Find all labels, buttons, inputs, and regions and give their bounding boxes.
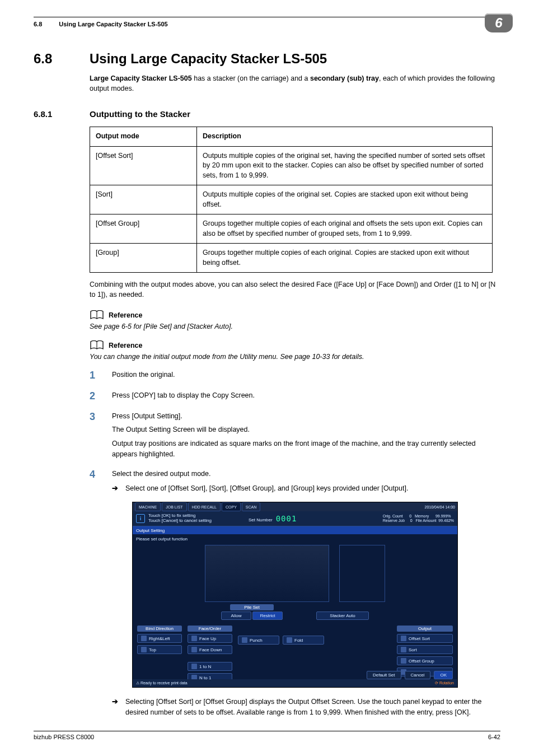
- step-text: Position the original.: [112, 370, 175, 380]
- step-text: Select the desired output mode.: [112, 469, 408, 479]
- top-button[interactable]: Top: [137, 645, 182, 654]
- footer-right: 6-42: [488, 734, 500, 740]
- order-icon: [191, 664, 197, 669]
- tray-illustration: [339, 545, 385, 602]
- sort-button[interactable]: Sort: [397, 645, 453, 654]
- page-footer: bizhub PRESS C8000 6-42: [34, 731, 500, 740]
- footer-status: ⚠ Ready to receive print data: [136, 681, 188, 685]
- sort-icon: [401, 647, 406, 652]
- tab-joblist[interactable]: JOB LIST: [162, 502, 186, 511]
- subsection-number: 6.8.1: [34, 109, 90, 119]
- one-to-n-button[interactable]: 1 to N: [188, 662, 232, 671]
- ok-button[interactable]: OK: [434, 671, 453, 679]
- table-row: [Offset Group]Groups together multiple c…: [90, 214, 493, 244]
- pile-set-label: Pile Set: [230, 604, 274, 610]
- chapter-badge: 6: [485, 13, 513, 32]
- sort-icon: [401, 636, 406, 641]
- offset-group-button[interactable]: Offset Group: [397, 656, 453, 665]
- screen-title-strip: Output Setting: [133, 526, 457, 534]
- allow-button[interactable]: Allow: [221, 612, 251, 620]
- table-row: [Sort]Outputs multiple copies of the ori…: [90, 185, 493, 214]
- header-section-no: 6.8: [34, 21, 42, 27]
- punch-icon: [242, 637, 247, 643]
- reference-text: You can change the initial output mode f…: [90, 353, 500, 361]
- combine-note: Combining with the output modes above, y…: [90, 279, 500, 300]
- step-arrow-text: Selecting [Offset Sort] or [Offset Group…: [125, 697, 500, 718]
- group-icon: [401, 658, 406, 664]
- footer-rotation: ⟳ Rotation: [435, 681, 454, 685]
- face-up-button[interactable]: Face Up: [188, 634, 232, 643]
- tab-scan[interactable]: SCAN: [242, 502, 260, 511]
- bind-direction-label: Bind Direction: [137, 626, 182, 632]
- step-sub-text: The Output Setting Screen will be displa…: [112, 424, 500, 435]
- punch-button[interactable]: Punch: [238, 636, 279, 645]
- th-mode: Output mode: [90, 127, 197, 147]
- set-number-value: 0001: [276, 514, 297, 523]
- fold-button[interactable]: Fold: [283, 636, 324, 645]
- face-down-button[interactable]: Face Down: [188, 645, 232, 654]
- face-order-label: Face/Order: [188, 626, 232, 632]
- fold-icon: [287, 637, 292, 643]
- face-icon: [191, 636, 197, 641]
- step-number: 1: [90, 370, 112, 381]
- running-header: 6.8 Using Large Capacity Stacker LS-505: [34, 21, 500, 27]
- info-icon: i: [136, 514, 145, 523]
- step-number: 2: [90, 390, 112, 402]
- face-icon: [191, 647, 197, 652]
- step-number: 3: [90, 411, 112, 423]
- section-number: 6.8: [34, 51, 90, 67]
- cell-desc: Groups together multiple copies of each …: [197, 214, 493, 244]
- reference-heading: Reference: [109, 311, 142, 319]
- step-number: 4: [90, 469, 112, 480]
- panel-datetime: 2010/04/04 14:00: [425, 505, 456, 509]
- section-title: Using Large Capacity Stacker LS-505: [90, 51, 327, 67]
- output-label: Output: [397, 626, 453, 632]
- footer-left: bizhub PRESS C8000: [34, 734, 94, 740]
- intro-mid: has a stacker (on the carriage) and a: [192, 74, 310, 82]
- cell-desc: Outputs multiple copies of the original …: [197, 146, 493, 185]
- th-desc: Description: [197, 127, 493, 147]
- reference-text: See page 6-5 for [Pile Set] and [Stacker…: [90, 323, 500, 330]
- output-mode-table: Output mode Description [Offset Sort]Out…: [90, 127, 493, 273]
- tab-machine[interactable]: MACHINE: [135, 502, 161, 511]
- right-left-button[interactable]: Right&Left: [137, 634, 182, 643]
- intro-bold-1: Large Capacity Stacker LS-505: [90, 74, 192, 82]
- table-row: [Offset Sort]Outputs multiple copies of …: [90, 146, 493, 185]
- machine-illustration: [205, 545, 329, 602]
- reference-heading: Reference: [109, 342, 142, 349]
- step-sub-text: Output tray positions are indicated as s…: [112, 438, 500, 460]
- subsection-title: Outputting to the Stacker: [90, 109, 190, 119]
- intro-bold-2: secondary (sub) tray: [310, 74, 379, 82]
- arrow-icon: ➔: [112, 483, 121, 494]
- book-icon: [90, 310, 104, 320]
- cell-mode: [Offset Group]: [90, 214, 197, 244]
- step-text: Press [Output Setting].: [112, 411, 500, 422]
- tab-hdd-recall[interactable]: HDD RECALL: [188, 502, 221, 511]
- table-row: [Group]Groups together multiple copies o…: [90, 244, 493, 273]
- intro-paragraph: Large Capacity Stacker LS-505 has a stac…: [90, 73, 500, 94]
- cell-mode: [Group]: [90, 244, 197, 273]
- step-text: Press [COPY] tab to display the Copy Scr…: [112, 390, 255, 401]
- book-icon: [90, 340, 104, 351]
- cell-mode: [Sort]: [90, 185, 197, 214]
- restrict-button[interactable]: Restrict: [252, 612, 283, 620]
- set-number-label: Set Number: [249, 517, 273, 522]
- arrow-icon: ➔: [112, 697, 121, 718]
- bind-icon: [141, 647, 147, 652]
- tab-copy[interactable]: COPY: [222, 502, 241, 511]
- cell-desc: Outputs multiple copies of the original …: [197, 185, 493, 214]
- stacker-auto-button[interactable]: Stacker Auto: [316, 612, 369, 620]
- step-arrow-text: Select one of [Offset Sort], [Sort], [Of…: [125, 483, 408, 494]
- bind-icon: [141, 636, 147, 641]
- info-line-2: Touch [Cancel] to cancel setting: [148, 519, 212, 524]
- panel-stats: Orig. Count 0 Memory 99.999% Reserve Job…: [383, 514, 454, 524]
- cancel-button[interactable]: Cancel: [405, 671, 431, 679]
- header-section-title: Using Large Capacity Stacker LS-505: [59, 21, 167, 27]
- default-set-button[interactable]: Default Set: [367, 671, 401, 679]
- cell-mode: [Offset Sort]: [90, 146, 197, 185]
- cell-desc: Groups together multiple copies of each …: [197, 244, 493, 273]
- offset-sort-button[interactable]: Offset Sort: [397, 634, 453, 643]
- screen-message: Please set output function: [133, 534, 457, 544]
- output-setting-screenshot: MACHINE JOB LIST HDD RECALL COPY SCAN 20…: [132, 502, 458, 688]
